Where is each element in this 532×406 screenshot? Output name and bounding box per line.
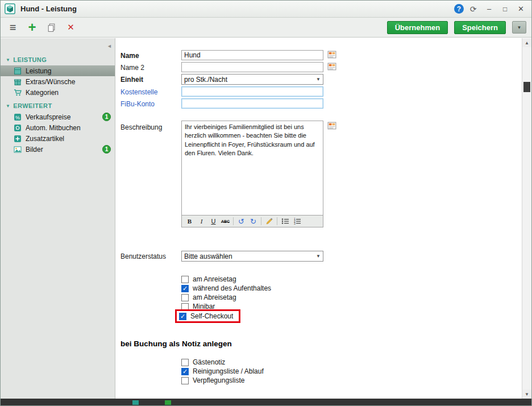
checkbox-row-aufenthalt[interactable]: während des Aufenthaltes bbox=[181, 284, 271, 292]
redo-icon[interactable]: ↻ bbox=[248, 216, 259, 226]
text-modules-icon[interactable] bbox=[327, 50, 336, 59]
svg-text:3: 3 bbox=[294, 222, 296, 225]
bullet-list-icon[interactable] bbox=[280, 216, 290, 226]
minimize-icon[interactable]: – bbox=[483, 3, 496, 15]
sync-icon[interactable]: ⟳ bbox=[467, 3, 480, 15]
checkbox-row-anreisetag[interactable]: am Anreisetag bbox=[181, 275, 236, 283]
sidebar-item-kategorien[interactable]: Kategorien bbox=[1, 87, 115, 98]
fibu-konto-label: FiBu-Konto bbox=[120, 100, 155, 108]
checkbox[interactable] bbox=[181, 276, 189, 283]
italic-icon[interactable]: I bbox=[196, 216, 207, 226]
section-label: ERWEITERT bbox=[13, 102, 52, 109]
sidebar-section-leistung[interactable]: ▼ LEISTUNG bbox=[1, 52, 115, 65]
sidebar-item-label: Zusatzartikel bbox=[26, 135, 64, 143]
checkbox[interactable] bbox=[179, 313, 186, 320]
sidebar-item-label: Verkaufspreise bbox=[26, 113, 70, 121]
window-controls: ? ⟳ – □ ✕ bbox=[454, 3, 527, 15]
beschreibung-textarea[interactable]: Ihr vierbeiniges Familienmitglied ist be… bbox=[181, 121, 323, 215]
kostenstelle-input[interactable] bbox=[181, 86, 323, 97]
section-expand-icon: ▼ bbox=[6, 57, 10, 63]
checkbox[interactable] bbox=[181, 377, 189, 384]
sidebar-item-verkaufspreise[interactable]: % Verkaufspreise 1 bbox=[1, 111, 115, 122]
sidebar: ◄ ▼ LEISTUNG Leistung Extras/Wünsche Kat… bbox=[1, 38, 115, 399]
bold-icon[interactable]: B bbox=[184, 216, 195, 226]
cart-icon bbox=[14, 89, 22, 97]
einheit-label: Einheit bbox=[120, 76, 143, 84]
checkbox[interactable] bbox=[181, 294, 189, 301]
name-input[interactable] bbox=[181, 50, 323, 60]
toolbar-divider bbox=[277, 217, 277, 225]
sidebar-item-autom-mitbuchen[interactable]: Autom. Mitbuchen bbox=[1, 122, 115, 133]
checkbox-label: Reinigungsliste / Ablauf bbox=[193, 367, 264, 375]
beschreibung-label: Beschreibung bbox=[120, 123, 162, 131]
save-options-button[interactable]: ▼ bbox=[512, 21, 526, 34]
sidebar-section-erweitert[interactable]: ▼ ERWEITERT bbox=[1, 98, 115, 111]
numbered-list-icon[interactable]: 123 bbox=[292, 216, 302, 226]
checkbox-label: Verpflegungsliste bbox=[193, 376, 244, 384]
scrollbar-thumb[interactable] bbox=[523, 82, 530, 92]
fibu-konto-input[interactable] bbox=[181, 98, 323, 109]
add-icon[interactable]: + bbox=[25, 20, 39, 35]
checkbox-label: Self-Checkout bbox=[190, 312, 233, 320]
kostenstelle-label: Kostenstelle bbox=[120, 88, 157, 96]
benutzerstatus-label: Benutzerstatus bbox=[120, 252, 166, 260]
checkbox-row-abreisetag[interactable]: am Abreisetag bbox=[181, 293, 236, 301]
sidebar-item-bilder[interactable]: Bilder 1 bbox=[1, 144, 115, 155]
einheit-select[interactable]: pro Stk./Nacht ▼ bbox=[181, 74, 323, 85]
sidebar-collapse-icon[interactable]: ◄ bbox=[107, 43, 112, 49]
checkbox-row-gaestenotiz[interactable]: Gästenotiz bbox=[181, 358, 225, 366]
checkbox-label: am Abreisetag bbox=[193, 293, 236, 301]
count-badge: 1 bbox=[102, 145, 111, 154]
save-button[interactable]: Speichern bbox=[454, 21, 506, 34]
sidebar-item-label: Kategorien bbox=[26, 89, 59, 97]
chevron-down-icon: ▼ bbox=[517, 25, 522, 30]
apply-button[interactable]: Übernehmen bbox=[387, 21, 448, 34]
taskbar-item[interactable] bbox=[132, 400, 139, 405]
menu-icon[interactable]: ≡ bbox=[6, 20, 20, 35]
checkbox-row-verpflegungsliste[interactable]: Verpflegungsliste bbox=[181, 376, 244, 384]
name2-input[interactable] bbox=[181, 62, 323, 72]
checkbox[interactable] bbox=[181, 368, 189, 375]
benutzerstatus-value: Bitte auswählen bbox=[184, 252, 232, 260]
scroll-down-icon[interactable]: ▼ bbox=[522, 390, 531, 399]
svg-text:%: % bbox=[15, 114, 20, 120]
checkbox[interactable] bbox=[181, 359, 189, 366]
window-title: Hund - Leistung bbox=[20, 5, 77, 13]
close-icon[interactable]: ✕ bbox=[514, 3, 527, 15]
section-expand-icon: ▼ bbox=[6, 103, 10, 109]
taskbar-item[interactable] bbox=[165, 400, 171, 405]
clean-format-icon[interactable] bbox=[264, 216, 275, 226]
text-modules-icon[interactable] bbox=[327, 62, 336, 71]
delete-icon[interactable]: ✕ bbox=[64, 20, 78, 35]
text-modules-icon[interactable] bbox=[327, 121, 336, 130]
help-icon[interactable]: ? bbox=[454, 4, 464, 14]
checkbox-label: während des Aufenthaltes bbox=[193, 284, 271, 292]
sidebar-item-zusatzartikel[interactable]: Zusatzartikel bbox=[1, 133, 115, 144]
strikethrough-icon[interactable]: ABC bbox=[220, 216, 231, 226]
sidebar-item-leistung[interactable]: Leistung bbox=[1, 65, 115, 76]
checkbox-row-self-checkout[interactable]: Self-Checkout bbox=[175, 309, 240, 323]
einheit-value: pro Stk./Nacht bbox=[184, 76, 227, 84]
gift-icon bbox=[14, 78, 22, 86]
plus-box-icon bbox=[14, 135, 22, 143]
toolbar-actions: Übernehmen Speichern ▼ bbox=[387, 21, 526, 34]
copy-icon[interactable] bbox=[44, 20, 59, 35]
sidebar-item-label: Autom. Mitbuchen bbox=[26, 124, 81, 132]
toolbar-divider bbox=[261, 217, 261, 225]
toolbar: ≡ + ✕ Übernehmen Speichern ▼ bbox=[1, 18, 531, 38]
maximize-icon[interactable]: □ bbox=[498, 3, 512, 15]
scroll-up-icon[interactable]: ▲ bbox=[522, 38, 531, 47]
undo-icon[interactable]: ↺ bbox=[236, 216, 247, 226]
checkbox[interactable] bbox=[181, 285, 189, 292]
sales-prices-icon: % bbox=[14, 113, 22, 121]
vertical-scrollbar[interactable]: ▲ ▼ bbox=[522, 38, 531, 399]
delete-glyph: ✕ bbox=[67, 22, 74, 32]
underline-icon[interactable]: U bbox=[208, 216, 219, 226]
menu-glyph: ≡ bbox=[10, 21, 16, 34]
sidebar-item-extras[interactable]: Extras/Wünsche bbox=[1, 76, 115, 87]
form-panel: Name Name 2 Einheit pro Stk./Nacht ▼ Kos… bbox=[116, 38, 522, 399]
sidebar-item-label: Bilder bbox=[26, 146, 43, 154]
auto-book-icon bbox=[14, 124, 22, 132]
benutzerstatus-select[interactable]: Bitte auswählen ▼ bbox=[181, 251, 323, 262]
checkbox-row-reinigungsliste[interactable]: Reinigungsliste / Ablauf bbox=[181, 367, 264, 375]
